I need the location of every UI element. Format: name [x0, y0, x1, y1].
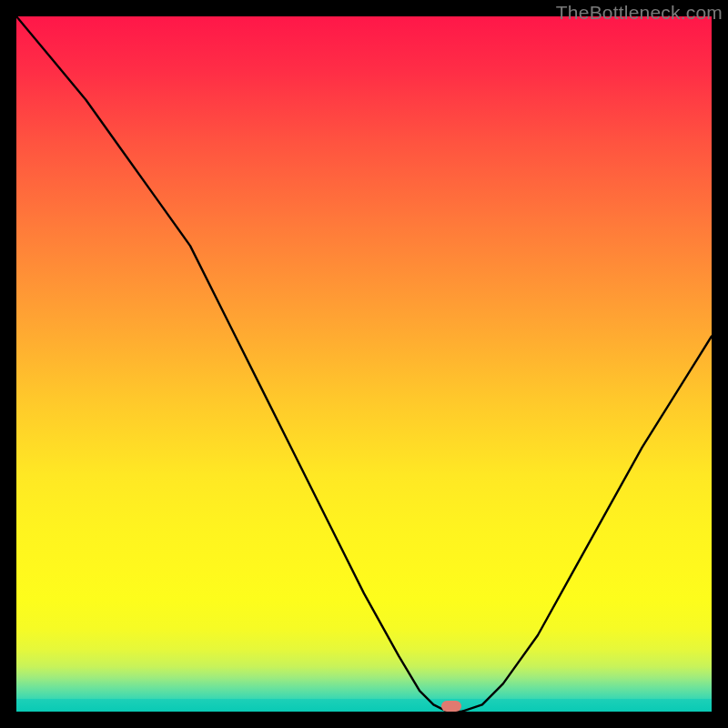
bottleneck-curve — [16, 16, 712, 712]
optimal-point-marker — [441, 701, 461, 712]
plot-area — [16, 16, 712, 712]
chart-frame: TheBottleneck.com — [0, 0, 728, 728]
curve-path — [16, 16, 712, 712]
watermark-text: TheBottleneck.com — [556, 2, 723, 24]
